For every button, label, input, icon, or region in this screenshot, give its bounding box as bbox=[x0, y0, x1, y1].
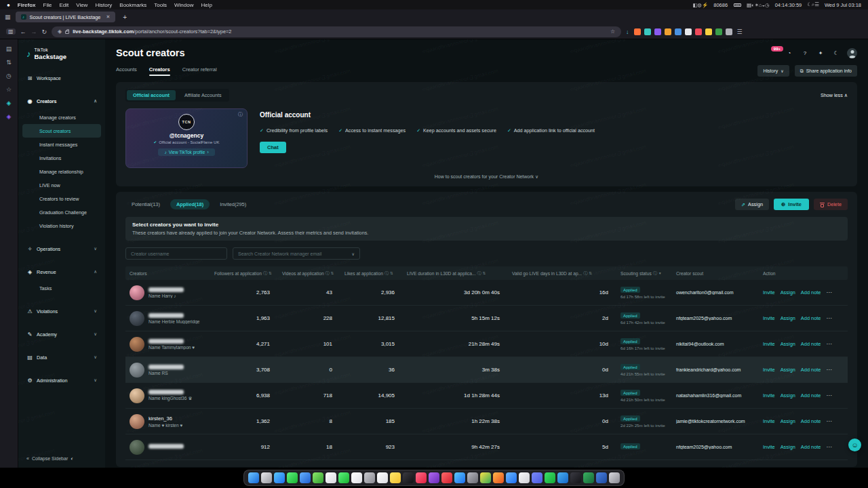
row-add-note-link[interactable]: Add note bbox=[801, 367, 821, 373]
more-actions-icon[interactable]: ⋯ bbox=[826, 444, 831, 450]
more-actions-icon[interactable]: ⋯ bbox=[826, 392, 831, 399]
tab-accounts[interactable]: Accounts bbox=[116, 66, 137, 76]
row-invite-link[interactable]: Invite bbox=[763, 418, 775, 424]
more-actions-icon[interactable]: ⋯ bbox=[826, 315, 831, 321]
row-add-note-link[interactable]: Add note bbox=[801, 341, 821, 347]
extension-icon-5[interactable] bbox=[675, 28, 682, 35]
row-add-note-link[interactable]: Add note bbox=[801, 315, 821, 321]
sidebar-item-violations[interactable]: ⚠ Violations ∨ bbox=[22, 304, 101, 318]
row-assign-link[interactable]: Assign bbox=[781, 392, 795, 399]
col-followers[interactable]: Followers at application ⓘ ⇅ ▼ bbox=[210, 270, 278, 277]
dock-mail[interactable] bbox=[300, 472, 311, 483]
dock-podcasts[interactable] bbox=[429, 472, 439, 483]
extension-icon-3[interactable] bbox=[654, 28, 661, 35]
user-avatar[interactable] bbox=[847, 48, 857, 58]
menu-item-history[interactable]: History bbox=[95, 2, 112, 8]
menu-item-edit[interactable]: Edit bbox=[59, 2, 68, 8]
extension-icon-9[interactable] bbox=[715, 28, 722, 35]
extension-icon-1[interactable] bbox=[634, 28, 641, 35]
help-icon[interactable]: ? bbox=[800, 48, 810, 58]
pill-potential[interactable]: Potential(13) bbox=[125, 199, 166, 209]
history-button[interactable]: History∨ bbox=[757, 65, 789, 77]
status-icon[interactable]: ◍ bbox=[697, 2, 702, 8]
extension-icon-4[interactable] bbox=[665, 28, 671, 35]
dock-calendar[interactable] bbox=[351, 472, 362, 483]
sidebar-item-manage-creators[interactable]: Manage creators bbox=[22, 110, 101, 124]
extension-icon-2[interactable] bbox=[644, 28, 651, 35]
row-assign-link[interactable]: Assign bbox=[781, 367, 795, 373]
col-live-duration[interactable]: LIVE duration in L30D at applica... ⓘ ⇅ … bbox=[403, 270, 508, 277]
dock-word[interactable] bbox=[596, 472, 607, 483]
browser-tab[interactable]: ♪ Scout creators | LIVE Backstage ✕ bbox=[16, 12, 116, 22]
table-row[interactable]: Name Herbie Muggeridge 1,963 228 12,815 … bbox=[125, 306, 848, 331]
panels-icon[interactable]: ▤ bbox=[6, 45, 12, 52]
more-actions-icon[interactable]: ⋯ bbox=[826, 289, 831, 296]
history-clock-icon[interactable]: ◷ bbox=[6, 73, 12, 79]
dock-chrome[interactable] bbox=[480, 472, 491, 483]
row-add-note-link[interactable]: Add note bbox=[801, 444, 821, 450]
extension-icon-6[interactable] bbox=[685, 28, 692, 35]
col-likes[interactable]: Likes at application ⓘ ⇅ ▼ bbox=[340, 270, 403, 277]
extension-icon-10[interactable] bbox=[726, 28, 732, 35]
status-icon[interactable]: ☰ bbox=[814, 1, 819, 7]
sidebar-item-live-now[interactable]: LIVE now bbox=[22, 178, 101, 192]
sidebar-item-data[interactable]: ▤ Data ∨ bbox=[22, 350, 101, 364]
menu-item-view[interactable]: View bbox=[76, 2, 87, 8]
table-row[interactable]: Name kingGhost36 ♛ 6,938 718 14,905 1d 1… bbox=[125, 383, 848, 409]
creator-username-input[interactable] bbox=[125, 247, 227, 260]
dock-terminal[interactable] bbox=[570, 472, 581, 483]
dock-settings[interactable] bbox=[467, 472, 478, 483]
lock-icon[interactable] bbox=[65, 30, 69, 34]
purple-shield-icon[interactable]: ◈ bbox=[7, 113, 12, 120]
dock-photos[interactable] bbox=[326, 472, 336, 483]
table-row[interactable]: Name Harry ♪ 2,763 43 2,936 3d 20h 0m 40… bbox=[125, 280, 848, 306]
info-icon[interactable]: ⓘ bbox=[238, 111, 243, 118]
chat-fab-button[interactable]: ☺ bbox=[848, 439, 861, 451]
col-creators[interactable]: Creators ⓘ ⇅ ▼ bbox=[125, 271, 210, 276]
table-row[interactable]: Name Tammytampon ♥ 4,271 101 3,015 21h 2… bbox=[125, 331, 848, 357]
row-invite-link[interactable]: Invite bbox=[763, 392, 775, 399]
sidebar-item-graduation-challenge[interactable]: Graduation Challenge bbox=[22, 205, 101, 219]
sidebar-item-manage-relationship[interactable]: Manage relationship bbox=[22, 165, 101, 178]
dock-tv[interactable] bbox=[403, 472, 414, 483]
extension-icon-7[interactable] bbox=[695, 28, 702, 35]
status-icon[interactable]: ☾ bbox=[807, 1, 812, 7]
menu-item-bookmarks[interactable]: Bookmarks bbox=[119, 2, 146, 8]
menu-item-window[interactable]: Window bbox=[174, 2, 193, 8]
theme-moon-icon[interactable]: ☾ bbox=[831, 48, 841, 58]
status-icon[interactable]: ⌂ bbox=[759, 2, 762, 8]
dock-reminders[interactable] bbox=[377, 472, 388, 483]
sidebar-item-academy[interactable]: ✎ Academy ∨ bbox=[22, 327, 101, 341]
dock-slack[interactable] bbox=[519, 472, 530, 483]
view-tiktok-profile-button[interactable]: ♪View TikTok profile› bbox=[158, 148, 214, 156]
col-action[interactable]: Action ⓘ ⇅ ▼ bbox=[759, 271, 848, 276]
apple-menu-icon[interactable]: ● bbox=[7, 2, 10, 8]
dock-news[interactable] bbox=[441, 472, 452, 483]
dock-facetime[interactable] bbox=[338, 472, 349, 483]
table-row[interactable]: Name RS 3,708 0 36 3m 38s 0d Applied 4d … bbox=[125, 357, 848, 383]
bookmark-star-icon[interactable]: ☆ bbox=[610, 28, 615, 35]
bookmark-star-icon[interactable]: ☆ bbox=[6, 86, 12, 93]
tab-close-icon[interactable]: ✕ bbox=[106, 14, 110, 20]
dock-messages[interactable] bbox=[287, 472, 298, 483]
dock-launchpad[interactable] bbox=[261, 472, 272, 483]
dock-trash[interactable] bbox=[609, 472, 620, 483]
tab-creators[interactable]: Creators bbox=[149, 66, 170, 76]
table-row[interactable]: 912 18 923 9h 42m 27s 5d Applied nfgteam… bbox=[125, 434, 848, 460]
back-icon[interactable]: ← bbox=[20, 28, 26, 35]
col-valid-days[interactable]: Valid go LIVE days in L30D at ap... ⓘ ⇅ … bbox=[508, 270, 616, 277]
dock-safari[interactable] bbox=[274, 472, 285, 483]
row-invite-link[interactable]: Invite bbox=[763, 367, 775, 373]
forward-icon[interactable]: → bbox=[31, 28, 37, 35]
more-actions-icon[interactable]: ⋯ bbox=[826, 341, 831, 347]
menubar-clock[interactable]: Wed 9 Jul 03:18 bbox=[825, 2, 861, 8]
downloads-icon[interactable]: ↓ bbox=[626, 28, 629, 35]
dock-spotify[interactable] bbox=[545, 472, 555, 483]
sidebar-item-administration[interactable]: ⚙ Administration ∨ bbox=[22, 373, 101, 387]
delete-button[interactable]: Delete bbox=[814, 199, 848, 210]
sidebar-item-revenue[interactable]: ◈ Revenue ∧ bbox=[22, 265, 101, 279]
teal-shield-icon[interactable]: ◈ bbox=[7, 100, 12, 106]
menu-item-tools[interactable]: Tools bbox=[154, 2, 167, 8]
menu-item-file[interactable]: File bbox=[43, 2, 52, 8]
chat-button[interactable]: Chat bbox=[260, 142, 286, 153]
